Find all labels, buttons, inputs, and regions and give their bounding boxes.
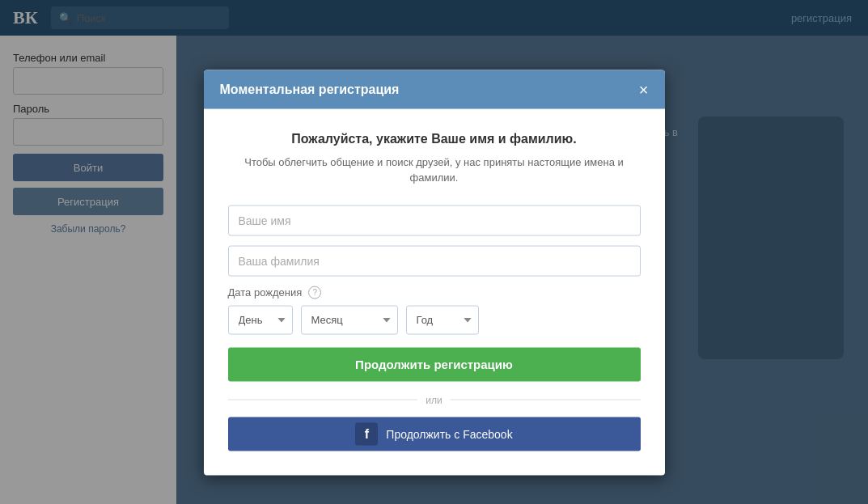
facebook-button-label: Продолжить с Facebook (386, 427, 512, 440)
dob-help-icon[interactable]: ? (308, 286, 321, 299)
month-select[interactable]: Месяц (301, 305, 398, 334)
modal-header: Моментальная регистрация × (204, 70, 665, 108)
year-select[interactable]: Год (406, 305, 479, 334)
last-name-input[interactable] (228, 245, 641, 276)
day-select[interactable]: День (228, 305, 293, 334)
dob-selects: День Месяц Год (228, 305, 641, 334)
modal-title: Моментальная регистрация (220, 82, 400, 96)
or-divider: или (228, 394, 641, 405)
dob-section: Дата рождения ? День Месяц Год (228, 286, 641, 334)
modal-body: Пожалуйста, укажите Ваше имя и фамилию. … (204, 108, 665, 475)
close-icon[interactable]: × (639, 81, 649, 97)
facebook-icon: f (355, 422, 378, 445)
modal-heading: Пожалуйста, укажите Ваше имя и фамилию. (228, 131, 641, 146)
facebook-button[interactable]: f Продолжить с Facebook (228, 417, 641, 451)
continue-button[interactable]: Продолжить регистрацию (228, 347, 641, 381)
or-line-right (451, 400, 641, 400)
or-line-left (228, 400, 418, 400)
modal-subtext: Чтобы облегчить общение и поиск друзей, … (228, 154, 641, 185)
first-name-input[interactable] (228, 205, 641, 235)
or-text: или (426, 394, 442, 405)
dob-label-row: Дата рождения ? (228, 286, 641, 299)
dob-label: Дата рождения (228, 286, 303, 299)
registration-modal: Моментальная регистрация × Пожалуйста, у… (204, 70, 665, 475)
